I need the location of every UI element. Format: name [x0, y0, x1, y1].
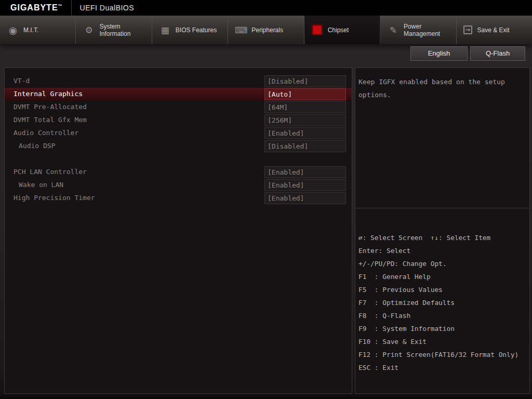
bios-features-icon: ▦ [159, 24, 171, 36]
row-spacer [5, 153, 352, 166]
hotkey-line: F8 : Q-Flash [358, 309, 527, 322]
tab-label-save-exit: Save & Exit [477, 26, 520, 34]
setting-label: High Precision Timer [14, 194, 95, 202]
hotkey-line: F1 : General Help [358, 270, 527, 283]
setting-value[interactable]: [Enabled] [264, 127, 346, 139]
utility-bar: English Q-Flash [0, 44, 532, 68]
setting-row-pch-lan-controller[interactable]: PCH LAN Controller [Enabled] [5, 166, 352, 179]
setting-row-audio-dsp[interactable]: Audio DSP [Disabled] [5, 140, 352, 153]
tab-label-mit: M.I.T. [23, 26, 66, 34]
setting-value[interactable]: [Disabled] [264, 140, 346, 152]
top-bar: GIGABYTE™ UEFI DualBIOS [0, 0, 532, 16]
tab-label-system-information: System Information [99, 23, 142, 37]
divider [71, 0, 72, 16]
power-management-icon: ✎ [387, 24, 400, 36]
setting-row-dvmt-pre-allocated[interactable]: DVMT Pre-Allocated [64M] [5, 101, 352, 114]
tab-bios-features[interactable]: ▦ BIOS Features [152, 16, 228, 44]
hotkey-line: F12 : Print Screen(FAT16/32 Format Only) [358, 348, 527, 361]
hotkey-line: F5 : Previous Values [358, 283, 527, 296]
tab-power-management[interactable]: ✎ Power Management [380, 16, 456, 44]
setting-label: DVMT Total Gfx Mem [14, 116, 87, 124]
setting-row-dvmt-total-gfx-mem[interactable]: DVMT Total Gfx Mem [256M] [5, 114, 352, 127]
bottom-shadow [0, 394, 532, 399]
gigabyte-logo: GIGABYTE™ [0, 3, 63, 12]
setting-label: Audio Controller [14, 129, 78, 137]
tab-save-exit[interactable]: → Save & Exit [457, 16, 532, 44]
peripherals-icon: ⌨ [235, 24, 247, 36]
setting-row-wake-on-lan[interactable]: Wake on LAN [Enabled] [5, 179, 352, 192]
setting-value[interactable]: [Auto] [264, 88, 346, 100]
hotkey-line: F10 : Save & Exit [358, 335, 527, 348]
setting-row-internal-graphics[interactable]: Internal Graphics [Auto] [5, 88, 352, 101]
tab-bar: ◉ M.I.T. ⚙ System Information ▦ BIOS Fea… [0, 16, 532, 44]
setting-label: DVMT Pre-Allocated [14, 103, 87, 111]
hotkey-line: Enter: Select [358, 244, 527, 257]
trademark-symbol: ™ [58, 4, 63, 8]
hotkey-line: F9 : System Information [358, 322, 527, 335]
firmware-title: UEFI DualBIOS [80, 4, 135, 12]
setting-label: Internal Graphics [14, 90, 83, 98]
setting-row-audio-controller[interactable]: Audio Controller [Enabled] [5, 127, 352, 140]
hotkey-line: ESC : Exit [358, 361, 527, 374]
setting-value[interactable]: [Enabled] [264, 192, 346, 204]
tab-label-peripherals: Peripherals [251, 26, 294, 34]
qflash-button[interactable]: Q-Flash [470, 46, 525, 61]
settings-panel: VT-d [Disabled] Internal Graphics [Auto]… [4, 68, 352, 394]
tab-mit[interactable]: ◉ M.I.T. [0, 16, 76, 44]
setting-label: Audio DSP [19, 142, 55, 150]
tab-chipset[interactable]: Chipset [304, 16, 380, 44]
hotkey-legend: ⇄: Select Screen ↑↓: Select Item Enter: … [355, 208, 529, 374]
tab-system-information[interactable]: ⚙ System Information [76, 16, 152, 44]
save-exit-icon: → [463, 25, 472, 34]
setting-label: Wake on LAN [19, 181, 63, 189]
setting-label: VT-d [14, 77, 30, 85]
hotkey-line: +/-/PU/PD: Change Opt. [358, 257, 527, 270]
tab-peripherals[interactable]: ⌨ Peripherals [228, 16, 304, 44]
setting-value[interactable]: [Enabled] [264, 166, 346, 178]
hotkey-line: ⇄: Select Screen ↑↓: Select Item [358, 231, 527, 244]
hotkey-line: F7 : Optimized Defaults [358, 296, 527, 309]
bios-screen: GIGABYTE™ UEFI DualBIOS ◉ M.I.T. ⚙ Syste… [0, 0, 532, 399]
setting-value[interactable]: [64M] [264, 101, 346, 113]
setting-row-vtd[interactable]: VT-d [Disabled] [5, 75, 352, 88]
setting-value[interactable]: [Enabled] [264, 179, 346, 191]
language-button[interactable]: English [410, 46, 468, 61]
setting-label: PCH LAN Controller [14, 168, 87, 176]
info-panel: Keep IGFX enabled based on the setup opt… [355, 68, 530, 394]
item-help-text: Keep IGFX enabled based on the setup opt… [355, 68, 529, 208]
setting-value[interactable]: [Disabled] [264, 75, 346, 87]
system-information-icon: ⚙ [83, 24, 95, 36]
mit-icon: ◉ [7, 24, 19, 36]
tab-label-chipset: Chipset [328, 26, 370, 34]
tab-label-bios-features: BIOS Features [176, 26, 218, 34]
setting-row-high-precision-timer[interactable]: High Precision Timer [Enabled] [5, 192, 352, 205]
setting-value[interactable]: [256M] [264, 114, 346, 126]
tab-label-power-management: Power Management [404, 23, 446, 37]
chipset-icon [312, 25, 322, 35]
